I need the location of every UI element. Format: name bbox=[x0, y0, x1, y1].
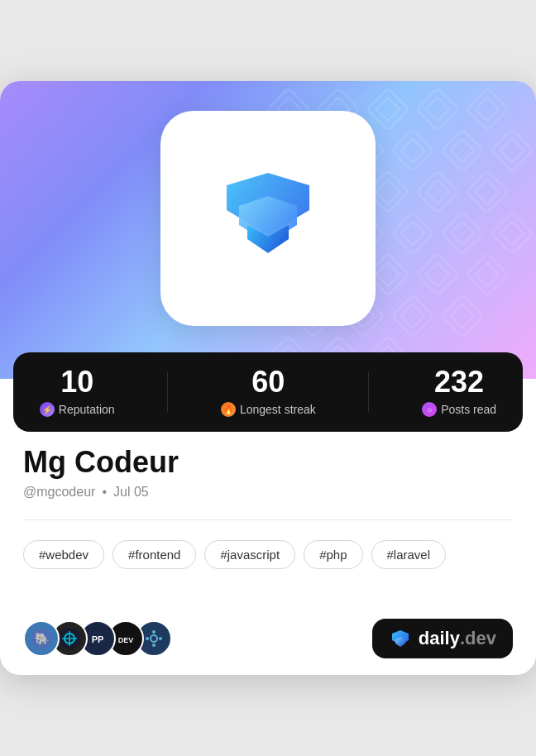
stat-reputation: 10 ⚡ Reputation bbox=[40, 367, 115, 417]
tag-javascript[interactable]: #javascript bbox=[204, 540, 295, 569]
tags-section: #webdev #frontend #javascript #php #lara… bbox=[23, 540, 513, 569]
posts-label: ○ Posts read bbox=[422, 402, 496, 417]
svg-point-14 bbox=[146, 637, 149, 640]
profile-join-date: Jul 05 bbox=[113, 485, 149, 500]
streak-label: 🔥 Longest streak bbox=[221, 402, 316, 417]
brand-daily: daily bbox=[419, 628, 460, 649]
reputation-value: 10 bbox=[60, 367, 93, 397]
svg-text:🐘: 🐘 bbox=[35, 632, 50, 646]
reputation-label: ⚡ Reputation bbox=[40, 402, 115, 417]
stats-bar: 10 ⚡ Reputation 60 🔥 Longest streak 232 … bbox=[13, 352, 523, 432]
meta-separator: • bbox=[102, 485, 107, 500]
profile-name: Mg Codeur bbox=[23, 445, 513, 480]
profile-section: Mg Codeur @mgcodeur • Jul 05 #webdev #fr… bbox=[0, 445, 536, 609]
source-icons: 🐘 PP DEV bbox=[23, 620, 172, 657]
profile-card: 10 ⚡ Reputation 60 🔥 Longest streak 232 … bbox=[0, 81, 536, 675]
avatar bbox=[160, 111, 376, 326]
streak-value: 60 bbox=[251, 367, 285, 397]
branding-badge: daily.dev bbox=[372, 619, 513, 658]
header-section bbox=[0, 81, 536, 379]
streak-icon: 🔥 bbox=[221, 402, 236, 417]
tag-webdev[interactable]: #webdev bbox=[23, 540, 104, 569]
svg-text:PP: PP bbox=[92, 634, 104, 644]
svg-point-13 bbox=[152, 644, 156, 647]
posts-value: 232 bbox=[434, 367, 484, 397]
profile-meta: @mgcodeur • Jul 05 bbox=[23, 485, 513, 500]
posts-icon: ○ bbox=[422, 402, 437, 417]
svg-point-12 bbox=[152, 630, 156, 634]
tag-laravel[interactable]: #laravel bbox=[371, 540, 447, 569]
tag-frontend[interactable]: #frontend bbox=[112, 540, 196, 569]
source-php: 🐘 bbox=[23, 620, 60, 657]
profile-handle: @mgcodeur bbox=[23, 485, 95, 500]
tag-php[interactable]: #php bbox=[304, 540, 362, 569]
card-footer: 🐘 PP DEV bbox=[0, 609, 536, 675]
stat-streak: 60 🔥 Longest streak bbox=[221, 367, 316, 417]
svg-text:DEV: DEV bbox=[118, 636, 134, 644]
brand-logo-large bbox=[210, 160, 326, 276]
daily-dev-logo-icon bbox=[389, 627, 412, 650]
svg-point-15 bbox=[159, 637, 162, 640]
brand-dev: .dev bbox=[460, 628, 496, 649]
reputation-icon: ⚡ bbox=[40, 402, 55, 417]
stat-divider-2 bbox=[368, 371, 369, 413]
section-divider bbox=[23, 519, 513, 520]
stat-divider-1 bbox=[167, 371, 168, 413]
brand-text: daily.dev bbox=[419, 628, 496, 649]
stat-posts: 232 ○ Posts read bbox=[422, 367, 496, 417]
